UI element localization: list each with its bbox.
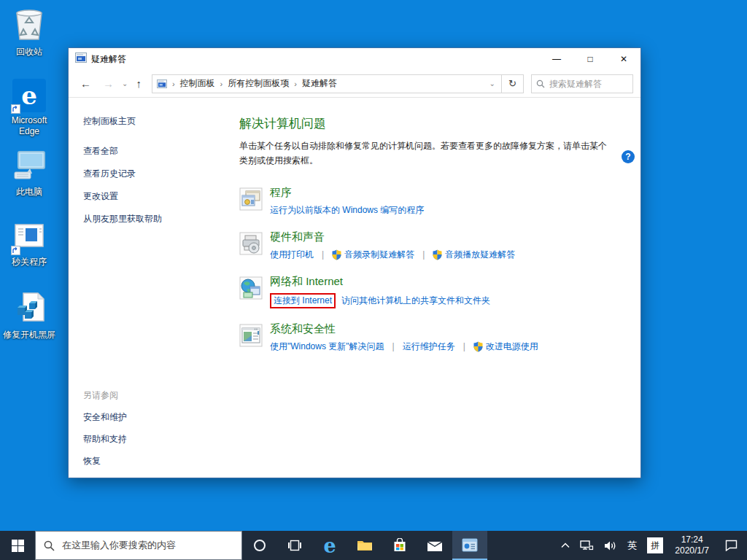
link-separator: |: [384, 341, 403, 351]
link-improve-power-usage[interactable]: 改进电源使用: [473, 341, 538, 353]
tray-overflow-button[interactable]: [556, 531, 575, 560]
maximize-button[interactable]: □: [573, 48, 607, 70]
cortana-icon: [254, 540, 266, 551]
taskbar-search-placeholder: 在这里输入你要搜索的内容: [62, 539, 176, 552]
window-search-input[interactable]: [549, 79, 628, 89]
breadcrumb-separator: ›: [215, 79, 228, 88]
window-body: 控制面板主页 查看全部 查看历史记录 更改设置 从朋友那里获取帮助 另请参阅 安…: [69, 98, 640, 478]
desktop-icon-quick-close-app[interactable]: 秒关程序: [1, 223, 57, 268]
highlight-box: 连接到 Internet: [270, 293, 336, 308]
page-description: 单击某个任务以自动排除和修复常见的计算机问题。若要查看更多的故障修复方案，请单击…: [239, 139, 610, 168]
uac-shield-icon: [332, 249, 341, 260]
shortcut-arrow-icon: [11, 246, 20, 255]
breadcrumb-separator: ›: [289, 79, 302, 88]
taskbar-edge-button[interactable]: e: [312, 531, 347, 560]
breadcrumb[interactable]: › 控制面板 › 所有控制面板项 › 疑难解答 ⌄: [152, 74, 502, 93]
close-button[interactable]: ✕: [607, 48, 640, 70]
section-title-network-internet[interactable]: 网络和 Internet: [270, 275, 490, 289]
taskbar-control-panel-button[interactable]: [452, 531, 487, 560]
troubleshooting-window: 疑难解答 — □ ✕ ← → ⌄ ↑ › 控制面板 › 所有控制面板项: [68, 47, 641, 478]
desktop-icon-fix-black-screen[interactable]: 修复开机黑屏: [1, 292, 57, 341]
desktop-icon-label: Microsoft Edge: [1, 115, 57, 137]
task-view-button[interactable]: [277, 531, 312, 560]
forward-button[interactable]: →: [97, 77, 120, 90]
breadcrumb-item-troubleshooting[interactable]: 疑难解答: [302, 77, 337, 90]
sidebar-item-security-maintenance[interactable]: 安全和维护: [83, 411, 127, 424]
link-access-shared-files[interactable]: 访问其他计算机上的共享文件和文件夹: [341, 295, 490, 307]
sidebar-item-view-all[interactable]: 查看全部: [83, 145, 223, 158]
start-button[interactable]: [0, 531, 35, 560]
link-use-printer[interactable]: 使用打印机: [270, 249, 314, 261]
desktop-icon-label: 修复开机黑屏: [3, 330, 55, 341]
desktop-icon-recycle-bin[interactable]: 回收站: [1, 6, 57, 58]
section-hardware-sound: 硬件和声音 使用打印机 | 音频录制: [239, 230, 626, 261]
link-run-maintenance-tasks[interactable]: 运行维护任务: [403, 341, 455, 353]
window-titlebar[interactable]: 疑难解答 — □ ✕: [69, 48, 640, 70]
sidebar-item-change-settings[interactable]: 更改设置: [83, 190, 223, 203]
link-separator: |: [314, 249, 332, 260]
breadcrumb-app-icon: [157, 79, 167, 88]
section-programs: 程序 运行为以前版本的 Windows 编写的程序: [239, 186, 626, 217]
link-audio-playback[interactable]: 音频播放疑难解答: [433, 249, 515, 261]
section-title-system-security[interactable]: 系统和安全性: [270, 322, 538, 336]
action-center-icon: [725, 540, 738, 551]
windows-logo-icon: [12, 540, 24, 552]
breadcrumb-dropdown-icon[interactable]: ⌄: [489, 79, 497, 88]
section-network-internet: 网络和 Internet 连接到 Internet 访问其他计算机上的共享文件和…: [239, 275, 626, 308]
language-indicator[interactable]: 英: [622, 531, 642, 560]
volume-button[interactable]: [599, 531, 622, 560]
see-also-header: 另请参阅: [83, 389, 127, 402]
microsoft-store-button[interactable]: [382, 531, 417, 560]
sidebar-item-view-history[interactable]: 查看历史记录: [83, 168, 223, 180]
section-system-security: 系统和安全性 使用"Windows 更新"解决问题 | 运行维护任务 |: [239, 322, 626, 353]
mail-button[interactable]: [417, 531, 452, 560]
minimize-button[interactable]: —: [540, 48, 573, 70]
network-icon: [580, 540, 594, 551]
section-title-programs[interactable]: 程序: [270, 186, 424, 200]
this-pc-icon: [12, 150, 47, 184]
link-fix-with-windows-update[interactable]: 使用"Windows 更新"解决问题: [270, 341, 384, 353]
ime-icon: 拼: [647, 537, 663, 553]
history-dropdown-icon[interactable]: ⌄: [120, 79, 130, 88]
troubleshooting-app-icon: [462, 538, 478, 552]
tray-time: 17:24: [681, 534, 703, 545]
back-button[interactable]: ←: [74, 77, 97, 90]
sidebar-item-help-support[interactable]: 帮助和支持: [83, 433, 127, 446]
speaker-icon: [604, 540, 617, 551]
breadcrumb-item-all-items[interactable]: 所有控制面板项: [228, 77, 289, 90]
window-title: 疑难解答: [91, 53, 126, 66]
sidebar-item-recovery[interactable]: 恢复: [83, 455, 127, 467]
cortana-button[interactable]: [242, 531, 277, 560]
link-connect-to-internet[interactable]: 连接到 Internet: [274, 295, 332, 307]
edge-icon: e: [323, 536, 336, 556]
desktop-icon-label: 回收站: [16, 47, 42, 58]
search-icon: [536, 79, 545, 88]
link-audio-recording[interactable]: 音频录制疑难解答: [332, 249, 414, 261]
desktop-icon-this-pc[interactable]: 此电脑: [1, 150, 57, 198]
programs-icon: [239, 187, 263, 211]
help-button[interactable]: ?: [622, 150, 635, 163]
link-run-older-programs[interactable]: 运行为以前版本的 Windows 编写的程序: [270, 204, 424, 217]
window-search-box[interactable]: [531, 74, 633, 93]
uac-shield-icon: [433, 249, 442, 260]
up-button[interactable]: ↑: [130, 77, 147, 90]
section-title-hardware-sound[interactable]: 硬件和声音: [270, 230, 515, 244]
mail-icon: [427, 540, 443, 552]
refresh-button[interactable]: ↻: [502, 74, 524, 93]
sidebar-item-get-help-from-friend[interactable]: 从朋友那里获取帮助: [83, 213, 223, 225]
clock[interactable]: 17:24 2020/1/7: [668, 531, 716, 560]
breadcrumb-item-control-panel[interactable]: 控制面板: [180, 77, 215, 90]
system-security-icon: [239, 324, 263, 347]
file-explorer-icon: [357, 539, 373, 552]
system-tray: 英 拼 17:24 2020/1/7: [556, 531, 747, 560]
main-content: 解决计算机问题 单击某个任务以自动排除和修复常见的计算机问题。若要查看更多的故障…: [223, 98, 640, 478]
sidebar-item-control-panel-home[interactable]: 控制面板主页: [83, 115, 223, 128]
ime-mode-button[interactable]: 拼: [642, 531, 668, 560]
file-explorer-button[interactable]: [347, 531, 382, 560]
desktop-icon-label: 此电脑: [16, 187, 42, 198]
desktop-icon-microsoft-edge[interactable]: e Microsoft Edge: [1, 79, 57, 137]
action-center-button[interactable]: [716, 531, 747, 560]
taskbar-search-box[interactable]: 在这里输入你要搜索的内容: [35, 531, 242, 560]
network-status-button[interactable]: [575, 531, 599, 560]
window-app-icon: [75, 52, 87, 66]
